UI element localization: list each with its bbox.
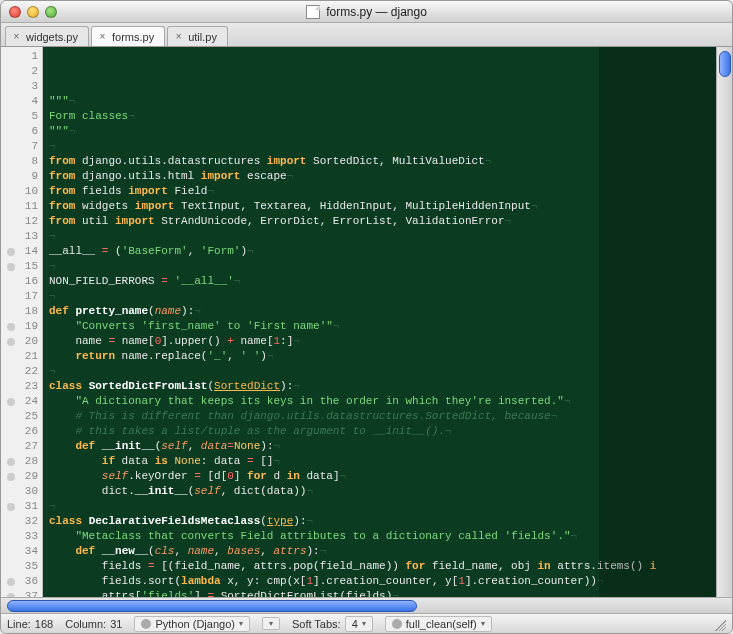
symbol-icon [392,619,402,629]
line-number-gutter: 1234567891011121314151617181920212223242… [1,47,43,597]
window-title: forms.py — django [326,5,427,19]
tab-widgets[interactable]: × widgets.py [5,26,89,46]
horizontal-scrollbar[interactable] [1,597,732,613]
code-line[interactable]: ¬ [49,289,716,304]
line-number: 34 [5,544,38,559]
line-number: 28 [5,454,38,469]
code-line[interactable]: """¬ [49,94,716,109]
code-line[interactable]: fields = [(field_name, attrs.pop(field_n… [49,559,716,574]
tab-util[interactable]: × util.py [167,26,228,46]
code-line[interactable]: "A dictionary that keeps its keys in the… [49,394,716,409]
tab-label: forms.py [112,31,154,43]
code-line[interactable]: self.keyOrder = [d[0] for d in data]¬ [49,469,716,484]
code-line[interactable]: from fields import Field¬ [49,184,716,199]
code-line[interactable]: name = name[0].upper() + name[1:]¬ [49,334,716,349]
code-line[interactable]: from django.utils.datastructures import … [49,154,716,169]
code-line[interactable]: # this takes a list/tuple as the argumen… [49,424,716,439]
line-label: Line: [7,618,31,630]
line-number: 19 [5,319,38,334]
tab-size-value: 4 [352,618,358,630]
symbol-dropdown[interactable]: full_clean(self) ▾ [385,616,492,632]
chevron-down-icon: ▾ [481,619,485,628]
fold-toggle-icon[interactable] [7,338,15,346]
horizontal-scroll-thumb[interactable] [7,600,417,612]
line-value: 168 [35,618,53,630]
code-line[interactable]: def __new__(cls, name, bases, attrs):¬ [49,544,716,559]
close-icon[interactable]: × [174,32,183,41]
line-number: 22 [5,364,38,379]
code-line[interactable]: # This is different than django.utils.da… [49,409,716,424]
window-titlebar: forms.py — django [1,1,732,23]
code-line[interactable]: from django.utils.html import escape¬ [49,169,716,184]
code-line[interactable]: from util import StrAndUnicode, ErrorDic… [49,214,716,229]
code-line[interactable]: class SortedDictFromList(SortedDict):¬ [49,379,716,394]
line-endings-dropdown[interactable]: ▾ [262,617,280,630]
code-area[interactable]: """¬Form classes¬"""¬¬from django.utils.… [43,47,716,597]
fold-toggle-icon[interactable] [7,578,15,586]
code-line[interactable]: ¬ [49,259,716,274]
line-number: 17 [5,289,38,304]
line-number: 27 [5,439,38,454]
code-line[interactable]: Form classes¬ [49,109,716,124]
code-line[interactable]: __all__ = ('BaseForm', 'Form')¬ [49,244,716,259]
minimize-button[interactable] [27,6,39,18]
tab-label: widgets.py [26,31,78,43]
code-line[interactable]: dict.__init__(self, dict(data))¬ [49,484,716,499]
line-number: 33 [5,529,38,544]
fold-toggle-icon[interactable] [7,503,15,511]
code-line[interactable]: class DeclarativeFieldsMetaclass(type):¬ [49,514,716,529]
line-number: 4 [5,94,38,109]
language-dropdown[interactable]: Python (Django) ▾ [134,616,250,632]
line-number: 11 [5,199,38,214]
chevron-down-icon: ▾ [362,619,366,628]
language-icon [141,619,151,629]
line-number: 16 [5,274,38,289]
code-line[interactable]: NON_FIELD_ERRORS = '__all__'¬ [49,274,716,289]
symbol-label: full_clean(self) [406,618,477,630]
line-number: 8 [5,154,38,169]
language-label: Python (Django) [155,618,235,630]
fold-toggle-icon[interactable] [7,473,15,481]
code-line[interactable]: ¬ [49,229,716,244]
code-line[interactable]: def pretty_name(name):¬ [49,304,716,319]
code-line[interactable]: from widgets import TextInput, Textarea,… [49,199,716,214]
line-number: 3 [5,79,38,94]
fold-toggle-icon[interactable] [7,458,15,466]
line-number: 21 [5,349,38,364]
editor[interactable]: 1234567891011121314151617181920212223242… [1,47,732,597]
close-icon[interactable]: × [12,32,21,41]
line-number: 37 [5,589,38,597]
code-line[interactable]: "Converts 'first_name' to 'First name'"¬ [49,319,716,334]
code-line[interactable]: """¬ [49,124,716,139]
tab-size-dropdown[interactable]: 4 ▾ [345,616,373,632]
file-icon [306,5,320,19]
fold-toggle-icon[interactable] [7,263,15,271]
line-number: 15 [5,259,38,274]
code-line[interactable]: return name.replace('_', ' ')¬ [49,349,716,364]
code-line[interactable]: ¬ [49,139,716,154]
line-number: 7 [5,139,38,154]
code-line[interactable]: attrs['fields'] = SortedDictFromList(fie… [49,589,716,597]
soft-tabs-label: Soft Tabs: [292,618,341,630]
line-number: 18 [5,304,38,319]
code-line[interactable]: fields.sort(lambda x, y: cmp(x[1].creati… [49,574,716,589]
code-line[interactable]: "Metaclass that converts Field attribute… [49,529,716,544]
zoom-button[interactable] [45,6,57,18]
line-number: 6 [5,124,38,139]
close-button[interactable] [9,6,21,18]
fold-toggle-icon[interactable] [7,248,15,256]
line-number: 12 [5,214,38,229]
resize-grip[interactable] [712,617,726,631]
code-line[interactable]: ¬ [49,364,716,379]
status-bar: Line: 168 Column: 31 Python (Django) ▾ ▾… [1,613,732,633]
tab-forms[interactable]: × forms.py [91,26,165,46]
close-icon[interactable]: × [98,32,107,41]
code-line[interactable]: ¬ [49,499,716,514]
vertical-scrollbar[interactable] [716,47,732,597]
code-line[interactable]: def __init__(self, data=None):¬ [49,439,716,454]
vertical-scroll-thumb[interactable] [719,51,731,77]
tab-bar: × widgets.py × forms.py × util.py [1,23,732,47]
fold-toggle-icon[interactable] [7,398,15,406]
fold-toggle-icon[interactable] [7,323,15,331]
code-line[interactable]: if data is None: data = []¬ [49,454,716,469]
